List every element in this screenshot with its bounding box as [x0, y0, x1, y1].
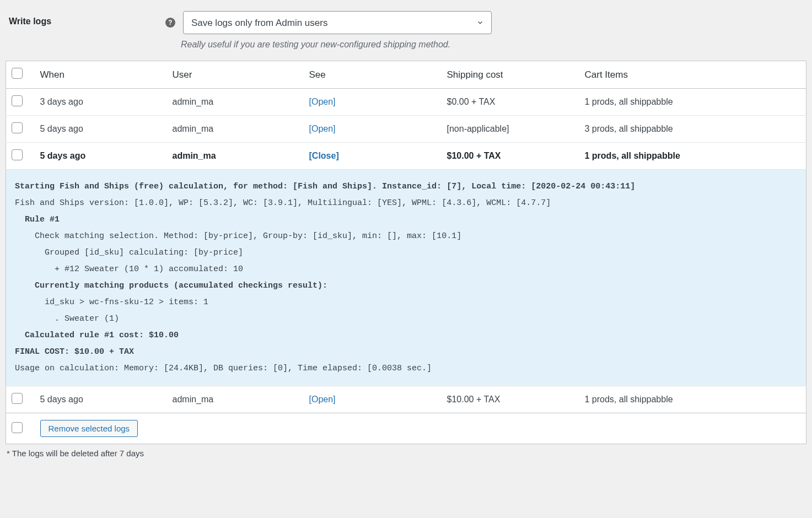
toggle-detail-link[interactable]: [Open] [309, 97, 336, 106]
row-see: [Open] [304, 386, 442, 413]
help-icon[interactable]: ? [165, 18, 175, 28]
select-all-footer-checkbox[interactable] [12, 422, 23, 433]
write-logs-helper: Really useful if you are testing your ne… [181, 40, 806, 50]
header-see[interactable]: See [304, 61, 442, 89]
write-logs-setting: Write logs ? Save logs only from Admin u… [6, 6, 806, 61]
table-footer-row: Remove selected logs [6, 413, 806, 444]
row-user: admin_ma [167, 386, 304, 413]
row-checkbox[interactable] [12, 149, 23, 160]
header-items[interactable]: Cart Items [579, 61, 806, 89]
table-row: 3 days ago admin_ma [Open] $0.00 + TAX 1… [6, 89, 806, 116]
logs-footer-note: * The logs will be deleted after 7 days [6, 449, 806, 458]
row-items: 3 prods, all shippabble [579, 116, 806, 143]
row-checkbox-cell [6, 143, 35, 170]
row-see: [Close] [304, 143, 442, 170]
row-when: 5 days ago [35, 116, 167, 143]
row-checkbox-cell [6, 386, 35, 413]
table-row: 5 days ago admin_ma [Open] $10.00 + TAX … [6, 386, 806, 413]
row-checkbox-cell [6, 116, 35, 143]
footer-checkbox-cell [6, 413, 35, 444]
write-logs-control: ? Save logs only from Admin users Really… [165, 11, 806, 50]
row-items: 1 prods, all shippabble [579, 143, 806, 170]
write-logs-dropdown[interactable]: Save logs only from Admin users [183, 11, 492, 34]
row-checkbox-cell [6, 89, 35, 116]
row-items: 1 prods, all shippabble [579, 89, 806, 116]
logs-table: When User See Shipping cost Cart Items 3… [6, 61, 806, 444]
toggle-detail-link[interactable]: [Close] [309, 151, 339, 160]
toggle-detail-link[interactable]: [Open] [309, 124, 336, 133]
row-see: [Open] [304, 116, 442, 143]
footer-actions-cell: Remove selected logs [35, 413, 806, 444]
row-user: admin_ma [167, 116, 304, 143]
remove-selected-logs-button[interactable]: Remove selected logs [40, 420, 138, 437]
row-when: 5 days ago [35, 386, 167, 413]
write-logs-select-wrap: Save logs only from Admin users [183, 11, 492, 34]
row-checkbox[interactable] [12, 122, 23, 133]
header-cost[interactable]: Shipping cost [442, 61, 579, 89]
row-user: admin_ma [167, 143, 304, 170]
write-logs-label: Write logs [6, 11, 165, 26]
row-cost: [non-applicable] [442, 116, 579, 143]
select-all-checkbox[interactable] [12, 68, 23, 79]
log-detail-content: Starting Fish and Ships (free) calculati… [6, 170, 806, 386]
toggle-detail-link[interactable]: [Open] [309, 395, 336, 404]
row-cost: $10.00 + TAX [442, 386, 579, 413]
row-cost: $10.00 + TAX [442, 143, 579, 170]
table-row: 5 days ago admin_ma [Open] [non-applicab… [6, 116, 806, 143]
header-user[interactable]: User [167, 61, 304, 89]
row-when: 5 days ago [35, 143, 167, 170]
table-header-row: When User See Shipping cost Cart Items [6, 61, 806, 89]
table-row: 5 days ago admin_ma [Close] $10.00 + TAX… [6, 143, 806, 170]
row-user: admin_ma [167, 89, 304, 116]
row-checkbox[interactable] [12, 393, 23, 404]
row-checkbox[interactable] [12, 95, 23, 106]
header-checkbox-cell [6, 61, 35, 89]
header-when[interactable]: When [35, 61, 167, 89]
log-detail-row: Starting Fish and Ships (free) calculati… [6, 170, 806, 386]
row-see: [Open] [304, 89, 442, 116]
row-when: 3 days ago [35, 89, 167, 116]
row-items: 1 prods, all shippabble [579, 386, 806, 413]
row-cost: $0.00 + TAX [442, 89, 579, 116]
